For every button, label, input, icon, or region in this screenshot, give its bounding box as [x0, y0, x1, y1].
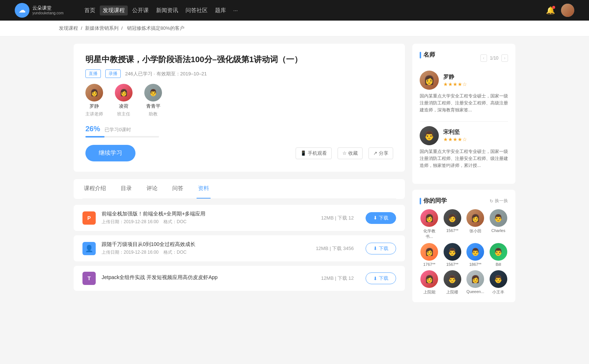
sidebar-teacher-0-header: 👩 罗静 ★★★★☆ — [420, 71, 508, 90]
course-enrollment: 246人已学习 · 有效期至：2019–10–21 — [125, 71, 207, 77]
resource-info-2: Jetpack全组件实战 开发短视频应用高仿皮皮虾App — [102, 274, 315, 282]
student-11: 👨 小王丰 — [489, 270, 508, 295]
student-6-avatar: 👨 — [466, 243, 484, 261]
download-button-1[interactable]: ⬇ 下载 — [366, 243, 396, 254]
teacher-1-avatar: 👩 — [115, 84, 133, 101]
tab-intro[interactable]: 课程介绍 — [82, 179, 107, 199]
breadcrumb-discover[interactable]: 发现课程 — [59, 25, 78, 31]
teacher-1-role: 班主任 — [117, 111, 130, 117]
sidebar-teacher-0: 👩 罗静 ★★★★☆ 国内某重点大学安全工程专业硕士，国家一级注册消防工程师、注… — [420, 71, 508, 114]
student-8: 👩 上院能 — [420, 270, 439, 295]
tab-resources[interactable]: 资料 — [197, 179, 211, 199]
student-2-name: 张小田 — [469, 228, 482, 234]
course-actions: 继续学习 📱 手机观看 ☆ 收藏 ↗ 分享 — [85, 145, 393, 161]
student-11-avatar: 👨 — [490, 270, 507, 288]
teachers-list: 👩 罗静 主讲老师 👩 凌荷 班主任 👨 青青平 助教 — [85, 84, 393, 117]
share-button[interactable]: ↗ 分享 — [368, 147, 393, 159]
teacher-2-name: 青青平 — [146, 103, 161, 110]
favorite-button[interactable]: ☆ 收藏 — [338, 147, 363, 159]
student-0-avatar: 👩 — [420, 209, 438, 227]
nav-open[interactable]: 公开课 — [129, 6, 152, 15]
sidebar-teacher-1-name: 宋利坚 — [443, 129, 467, 136]
sidebar-teacher-0-avatar: 👩 — [420, 71, 439, 90]
sidebar-teacher-1: 👨 宋利坚 ★★★★☆ 国内某重点大学安全工程专业硕士，国家一级注册消防工程师、… — [420, 126, 508, 169]
nav-qa[interactable]: 问答社区 — [183, 6, 211, 15]
nav-more[interactable]: ··· — [230, 6, 241, 15]
nav-news[interactable]: 新闻资讯 — [153, 6, 181, 15]
student-1-avatar: 🧑 — [444, 209, 461, 227]
sidebar-teacher-0-desc: 国内某重点大学安全工程专业硕士，国家一级注册消防工程师、注册安全工程师、高级注册… — [420, 93, 508, 114]
next-teacher-button[interactable]: › — [501, 54, 508, 62]
student-3: 👨 Charles — [489, 209, 508, 239]
teacher-0-avatar: 👩 — [85, 84, 103, 101]
download-button-2[interactable]: ⬇ 下载 — [366, 272, 396, 284]
resource-item-1: 👤 跟随千万级项目从0到100全过程高效成长 上传日期：2019-12-28 1… — [74, 235, 405, 261]
teachers-sidebar-card: 名师 ‹ 1/10 › 👩 罗静 ★★★★☆ 国内某重点大学安全工程专业硕士，国… — [412, 44, 515, 184]
student-5-avatar: 👨 — [444, 243, 461, 261]
prev-teacher-button[interactable]: ‹ — [480, 54, 487, 62]
student-4: 👩 1767** — [420, 243, 439, 267]
download-icon-1: ⬇ — [373, 246, 377, 251]
teacher-divider — [420, 121, 508, 122]
refresh-icon: ↻ — [490, 199, 493, 204]
student-10-avatar: 👩 — [466, 270, 484, 288]
nav-questions[interactable]: 题库 — [212, 6, 229, 15]
left-content: 明星中教授课，小学阶段语法100分–强化级第1讲动词（一） 直播 录播 246人… — [74, 44, 405, 308]
logo-text: 云朵课堂 yundouketang.com — [32, 5, 64, 15]
resource-meta-1: 上传日期：2019-12-28 16:00 格式：DOC — [102, 249, 310, 256]
teacher-0-role: 主讲老师 — [85, 111, 103, 117]
badge-record: 录播 — [105, 69, 121, 78]
logo-icon: ☁ — [15, 3, 29, 18]
student-1: 🧑 1567** — [443, 209, 462, 239]
mobile-icon: 📱 — [300, 150, 306, 156]
teacher-pagination: ‹ 1/10 › — [480, 54, 508, 62]
logo[interactable]: ☁ 云朵课堂 yundouketang.com — [15, 3, 64, 18]
resource-stats-2: 12MB | 下载 12 — [321, 275, 354, 282]
resource-info-1: 跟随千万级项目从0到100全过程高效成长 上传日期：2019-12-28 16:… — [102, 241, 310, 256]
sidebar-teacher-1-desc: 国内某重点大学安全工程专业硕士，国家一级注册消防工程师、注册安全工程师、级注册建… — [420, 148, 508, 169]
teachers-sidebar-title: 名师 — [420, 51, 435, 59]
bell-icon[interactable]: 🔔 — [546, 6, 555, 15]
tabs-card: 课程介绍 目录 评论 问答 资料 — [74, 179, 405, 199]
student-9: 👨 上院楼 — [443, 270, 462, 295]
student-6-name: 1867** — [469, 262, 482, 267]
student-7-avatar: 👨 — [490, 243, 507, 261]
nav-home[interactable]: 首页 — [81, 6, 98, 15]
resource-title-2: Jetpack全组件实战 开发短视频应用高仿皮皮虾App — [102, 274, 315, 281]
user-avatar[interactable] — [561, 4, 574, 17]
badge-live: 直播 — [85, 69, 101, 78]
tab-review[interactable]: 评论 — [145, 179, 159, 199]
download-icon-0: ⬇ — [373, 215, 377, 221]
sidebar-teacher-1-stars: ★★★★☆ — [443, 136, 467, 142]
continue-learning-button[interactable]: 继续学习 — [85, 145, 135, 161]
student-5: 👨 1567** — [443, 243, 462, 267]
sidebar-teacher-0-name: 罗静 — [443, 74, 467, 81]
teacher-0: 👩 罗静 主讲老师 — [85, 84, 103, 117]
refresh-students-button[interactable]: ↻ 换一换 — [490, 198, 508, 204]
tab-catalog[interactable]: 目录 — [119, 179, 133, 199]
mobile-watch-button[interactable]: 📱 手机观看 — [296, 147, 332, 159]
favorite-label: 收藏 — [348, 150, 358, 157]
student-4-avatar: 👩 — [420, 243, 438, 261]
resource-stats-0: 12MB | 下载 12 — [321, 215, 354, 221]
students-grid: 👩 化学教书... 🧑 1567** 👩 张小田 👨 Charles — [420, 209, 508, 295]
nav-discover[interactable]: 发现课程 — [100, 6, 128, 15]
teacher-page: 1/10 — [490, 56, 498, 61]
notification-dot — [552, 6, 555, 9]
refresh-label: 换一换 — [495, 198, 508, 204]
student-7: 👨 Bill — [489, 243, 508, 267]
share-icon: ↗ — [373, 150, 377, 156]
breadcrumb-series[interactable]: 新媒体营销系列 — [85, 25, 119, 31]
student-1-name: 1567** — [446, 228, 458, 233]
student-8-avatar: 👩 — [420, 270, 438, 288]
student-8-name: 上院能 — [423, 289, 435, 295]
main-layout: 明星中教授课，小学阶段语法100分–强化级第1讲动词（一） 直播 录播 246人… — [59, 36, 530, 315]
header-right: 🔔 — [546, 4, 574, 17]
course-tabs: 课程介绍 目录 评论 问答 资料 — [82, 179, 396, 199]
teacher-0-name: 罗静 — [89, 103, 99, 110]
sidebar-teacher-0-stars: ★★★★☆ — [443, 81, 467, 87]
download-button-0[interactable]: ⬇ 下载 — [366, 212, 396, 224]
tab-qa[interactable]: 问答 — [171, 179, 185, 199]
resource-stats-1: 12MB | 下载 3456 — [316, 245, 354, 252]
progress-percent: 26% — [85, 125, 100, 133]
